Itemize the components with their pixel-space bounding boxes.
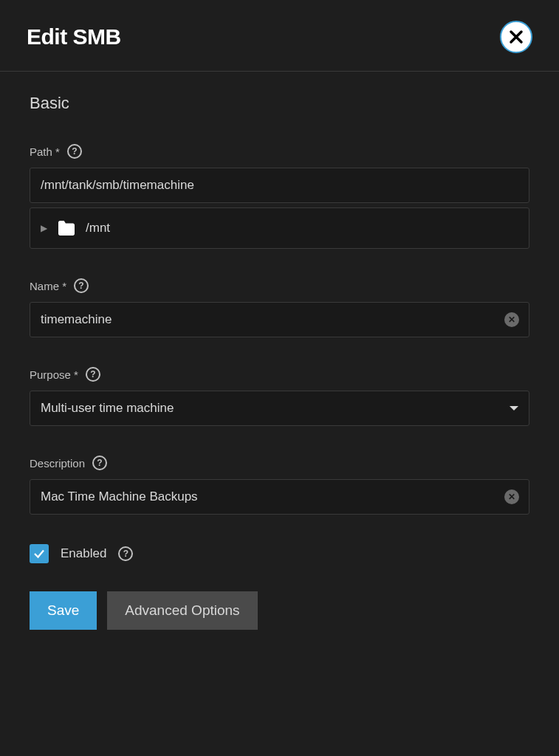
enabled-row: Enabled ? <box>30 544 529 563</box>
description-field: Description ? ✕ <box>30 456 529 515</box>
clear-name-button[interactable]: ✕ <box>504 312 519 327</box>
save-button[interactable]: Save <box>30 591 97 630</box>
path-label: Path * <box>30 145 60 158</box>
close-icon: ✕ <box>508 315 515 325</box>
name-field: Name * ? ✕ <box>30 278 529 337</box>
path-label-row: Path * ? <box>30 144 529 159</box>
enabled-label: Enabled <box>61 546 106 561</box>
purpose-field: Purpose * ? Multi-user time machine <box>30 367 529 426</box>
purpose-label: Purpose * <box>30 368 78 381</box>
tree-item-label: /mnt <box>86 221 110 236</box>
folder-icon <box>56 220 77 236</box>
name-input[interactable] <box>30 302 529 337</box>
path-field: Path * ? ▶ /mnt <box>30 144 529 249</box>
panel-header: Edit SMB <box>0 0 559 72</box>
panel-content: Basic Path * ? ▶ /mnt Name * ? <box>0 72 559 756</box>
chevron-down-icon <box>510 406 518 410</box>
help-icon[interactable]: ? <box>118 546 133 561</box>
name-label: Name * <box>30 280 66 292</box>
description-label-row: Description ? <box>30 456 529 470</box>
clear-description-button[interactable]: ✕ <box>504 489 519 504</box>
purpose-select-wrapper: Multi-user time machine <box>30 391 529 426</box>
purpose-value: Multi-user time machine <box>41 401 174 416</box>
path-tree-item[interactable]: ▶ /mnt <box>30 207 529 249</box>
enabled-checkbox[interactable] <box>30 544 49 563</box>
help-icon[interactable]: ? <box>92 456 107 470</box>
help-icon[interactable]: ? <box>86 367 100 382</box>
purpose-select[interactable]: Multi-user time machine <box>30 391 529 426</box>
close-button[interactable] <box>500 21 532 53</box>
purpose-label-row: Purpose * ? <box>30 367 529 382</box>
tree-expand-icon[interactable]: ▶ <box>41 223 47 233</box>
name-input-wrapper: ✕ <box>30 302 529 337</box>
help-icon[interactable]: ? <box>74 278 89 293</box>
description-label: Description <box>30 457 85 470</box>
advanced-options-button[interactable]: Advanced Options <box>107 591 257 630</box>
path-input[interactable] <box>30 168 529 203</box>
page-title: Edit SMB <box>27 24 121 49</box>
button-row: Save Advanced Options <box>30 591 529 630</box>
edit-smb-panel: Edit SMB Basic Path * ? ▶ /mnt <box>0 0 559 756</box>
close-icon <box>507 28 525 46</box>
description-input[interactable] <box>30 479 529 515</box>
close-icon: ✕ <box>508 492 515 502</box>
help-icon[interactable]: ? <box>67 144 82 159</box>
checkmark-icon <box>32 547 46 560</box>
description-input-wrapper: ✕ <box>30 479 529 515</box>
section-title: Basic <box>30 94 529 113</box>
name-label-row: Name * ? <box>30 278 529 293</box>
